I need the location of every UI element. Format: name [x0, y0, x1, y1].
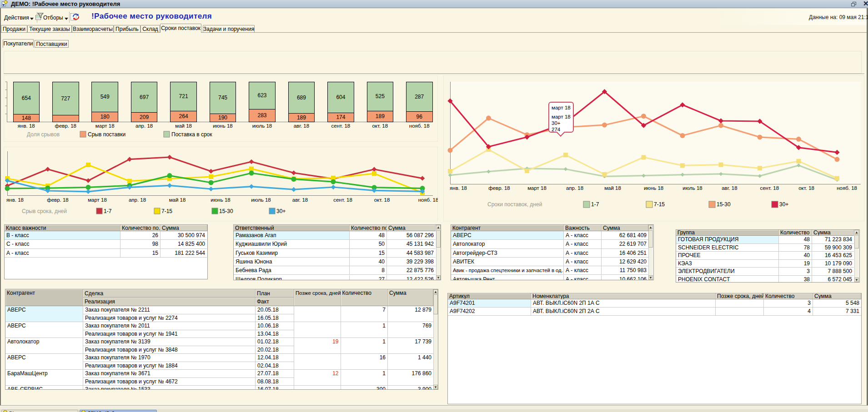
svg-text:Срыв срока, дней: Срыв срока, дней [22, 208, 67, 214]
svg-text:Доля срывов: Доля срывов [27, 131, 60, 138]
svg-text:727: 727 [61, 95, 70, 102]
svg-text:689: 689 [297, 94, 306, 101]
svg-text:174: 174 [336, 114, 345, 120]
svg-text:7-15: 7-15 [161, 208, 172, 214]
svg-text:721: 721 [179, 93, 188, 99]
svg-text:нояб. 18: нояб. 18 [418, 197, 438, 203]
svg-text:сент. 18: сент. 18 [333, 197, 352, 203]
svg-text:окт. 18: окт. 18 [798, 185, 814, 191]
svg-text:май 18: май 18 [169, 197, 186, 203]
svg-text:янв. 18: янв. 18 [6, 197, 24, 203]
svg-text:96: 96 [416, 114, 423, 120]
svg-text:март 18: март 18 [88, 197, 107, 203]
svg-text:1-7: 1-7 [104, 208, 112, 214]
svg-text:264: 264 [179, 113, 188, 119]
svg-text:180: 180 [100, 114, 110, 120]
svg-text:март 18: март 18 [95, 123, 115, 129]
svg-text:авг. 18: авг. 18 [294, 123, 309, 129]
svg-text:697: 697 [140, 94, 149, 100]
svg-text:авг. 18: авг. 18 [292, 197, 308, 203]
svg-text:сент. 18: сент. 18 [331, 123, 351, 129]
svg-text:30+: 30+ [276, 208, 286, 214]
svg-text:283: 283 [257, 112, 266, 119]
svg-text:сент. 18: сент. 18 [760, 185, 779, 191]
svg-text:янв. 18: янв. 18 [18, 123, 35, 129]
svg-text:апр. 18: апр. 18 [566, 185, 583, 191]
svg-text:май 18: май 18 [604, 185, 621, 191]
svg-text:745: 745 [218, 94, 227, 101]
svg-text:Сроки поставок, дней: Сроки поставок, дней [487, 201, 542, 208]
svg-text:июль 18: июль 18 [251, 197, 271, 203]
svg-text:июнь 18: июнь 18 [644, 185, 663, 191]
svg-text:654: 654 [22, 95, 31, 101]
svg-text:июль 18: июль 18 [682, 185, 702, 191]
svg-text:7-15: 7-15 [654, 201, 665, 208]
svg-text:июнь 18: июнь 18 [211, 197, 230, 203]
svg-text:189: 189 [297, 114, 306, 121]
svg-text:окт. 18: окт. 18 [372, 123, 388, 129]
svg-text:15-30: 15-30 [219, 208, 233, 214]
svg-text:авг. 18: авг. 18 [722, 185, 737, 191]
svg-text:525: 525 [376, 93, 385, 99]
svg-text:июль 18: июль 18 [252, 123, 272, 129]
svg-text:май 18: май 18 [175, 123, 192, 129]
svg-text:февр. 18: февр. 18 [47, 197, 69, 203]
svg-text:нояб. 18: нояб. 18 [837, 185, 857, 191]
svg-text:30+: 30+ [779, 201, 788, 208]
svg-text:февр. 18: февр. 18 [55, 123, 76, 129]
svg-text:189: 189 [376, 113, 385, 119]
svg-text:июнь 18: июнь 18 [213, 123, 232, 129]
svg-text:604: 604 [336, 94, 345, 100]
svg-text:апр. 18: апр. 18 [129, 197, 146, 203]
svg-text:549: 549 [100, 94, 110, 100]
svg-text:февр. 18: февр. 18 [488, 185, 510, 191]
svg-text:1-7: 1-7 [591, 201, 599, 208]
svg-text:нояб. 18: нояб. 18 [409, 123, 430, 129]
svg-text:Поставка в срок: Поставка в срок [171, 131, 212, 138]
svg-text:окт. 18: окт. 18 [374, 197, 390, 203]
svg-text:янв. 18: янв. 18 [450, 185, 467, 191]
svg-text:190: 190 [218, 114, 227, 121]
svg-text:623: 623 [257, 92, 266, 99]
svg-text:287: 287 [415, 94, 424, 100]
svg-text:148: 148 [22, 115, 31, 121]
svg-text:Срыв поставки: Срыв поставки [88, 131, 125, 138]
svg-text:март 18: март 18 [527, 185, 547, 191]
svg-text:15-30: 15-30 [717, 201, 731, 208]
svg-text:209: 209 [140, 114, 149, 120]
svg-text:апр. 18: апр. 18 [135, 123, 153, 129]
